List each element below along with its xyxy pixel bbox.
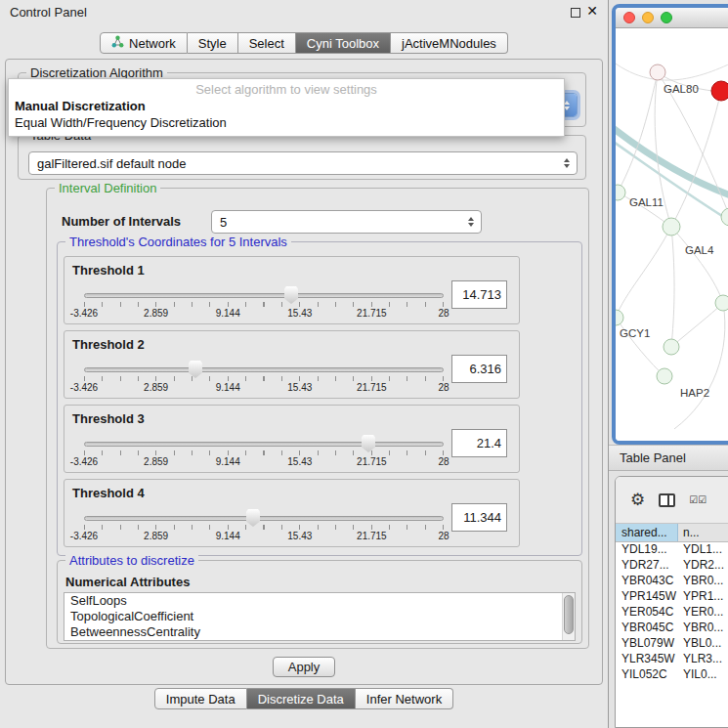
checkbox-icons[interactable]: ☑☑ bbox=[689, 494, 707, 505]
threshold-value-box[interactable]: 6.316 bbox=[451, 355, 507, 383]
table-cell[interactable]: YIL0... bbox=[678, 667, 728, 683]
mac-close-icon[interactable] bbox=[623, 12, 635, 23]
network-node[interactable] bbox=[711, 81, 728, 101]
network-node[interactable] bbox=[616, 310, 623, 325]
network-window-titlebar[interactable] bbox=[616, 8, 728, 28]
network-canvas[interactable]: GAL80GAL11GAL4GCY1HAP2 bbox=[616, 28, 728, 441]
number-of-intervals-combobox[interactable]: 5 bbox=[211, 210, 482, 234]
threshold-slider[interactable]: -3.4262.8599.14415.4321.71528 bbox=[84, 433, 444, 472]
network-edge[interactable] bbox=[671, 227, 723, 303]
tab-select[interactable]: Select bbox=[238, 32, 296, 54]
table-cell[interactable]: YBL079W bbox=[616, 636, 678, 652]
combo-arrows-icon[interactable] bbox=[463, 217, 481, 227]
table-cell[interactable]: YDL19... bbox=[616, 542, 678, 558]
network-edge[interactable] bbox=[616, 138, 728, 229]
attributes-list[interactable]: SelfLoopsTopologicalCoefficientBetweenne… bbox=[64, 592, 576, 641]
network-edge[interactable] bbox=[616, 58, 728, 80]
slider-track[interactable] bbox=[84, 516, 444, 521]
table-cell[interactable]: YDR2... bbox=[678, 558, 728, 574]
combo-arrows-icon[interactable] bbox=[559, 158, 577, 168]
threshold-value-box[interactable]: 11.344 bbox=[451, 503, 507, 532]
settings-gear-icon[interactable]: ⚙ bbox=[630, 492, 645, 508]
apply-button[interactable]: Apply bbox=[273, 657, 335, 677]
network-edge[interactable] bbox=[616, 124, 728, 199]
attribute-list-item[interactable]: SelfLoops bbox=[64, 593, 575, 609]
column-header-name[interactable]: n... bbox=[678, 524, 728, 541]
network-edge[interactable] bbox=[671, 91, 721, 227]
threshold-slider[interactable]: -3.4262.8599.14415.4321.71528 bbox=[84, 284, 444, 323]
table-row[interactable]: YBL079WYBL0... bbox=[616, 636, 728, 652]
network-node[interactable] bbox=[715, 295, 728, 311]
mac-minimize-icon[interactable] bbox=[642, 12, 654, 23]
dropdown-option[interactable]: Equal Width/Frequency Discretization bbox=[9, 114, 564, 131]
scrollbar-thumb[interactable] bbox=[564, 595, 574, 634]
slider-track[interactable] bbox=[84, 367, 444, 372]
attributes-group-label: Attributes to discretize bbox=[65, 553, 198, 568]
table-cell[interactable]: YER054C bbox=[616, 605, 678, 621]
attribute-list-item[interactable]: BetweennessCentrality bbox=[64, 624, 575, 640]
tab-label: Infer Network bbox=[366, 692, 442, 707]
tab-infer-network[interactable]: Infer Network bbox=[356, 688, 453, 709]
network-edge[interactable] bbox=[674, 303, 725, 429]
slider-track[interactable] bbox=[84, 293, 444, 298]
network-edge[interactable] bbox=[671, 303, 723, 347]
network-node[interactable] bbox=[721, 208, 728, 226]
table-cell[interactable]: YER0... bbox=[678, 605, 728, 621]
table-panel-bar[interactable]: Table Panel bbox=[609, 445, 728, 471]
network-node[interactable] bbox=[657, 368, 672, 384]
table-header-row: shared... n... bbox=[616, 524, 728, 542]
tab-label: Discretize Data bbox=[258, 692, 344, 707]
table-row[interactable]: YLR345WYLR3... bbox=[616, 652, 728, 667]
scale-label: 9.144 bbox=[216, 531, 240, 541]
tab-network[interactable]: Network bbox=[100, 32, 188, 54]
tab-discretize-data[interactable]: Discretize Data bbox=[247, 688, 356, 709]
table-row[interactable]: YIL052CYIL0... bbox=[616, 667, 728, 683]
network-edge[interactable] bbox=[616, 318, 664, 376]
table-row[interactable]: YDR27...YDR2... bbox=[616, 558, 728, 574]
network-node[interactable] bbox=[664, 339, 679, 355]
table-cell[interactable]: YIL052C bbox=[616, 667, 678, 683]
tab-impute-data[interactable]: Impute Data bbox=[154, 688, 247, 709]
close-icon[interactable]: ✕ bbox=[586, 3, 598, 19]
float-window-icon[interactable] bbox=[571, 8, 580, 18]
tab-label: Select bbox=[249, 36, 284, 51]
threshold-value-box[interactable]: 21.4 bbox=[451, 429, 507, 457]
table-cell[interactable]: YLR345W bbox=[616, 652, 678, 667]
network-edge[interactable] bbox=[616, 227, 671, 318]
attribute-list-item[interactable]: TopologicalCoefficient bbox=[64, 609, 575, 624]
table-cell[interactable]: YDR27... bbox=[616, 558, 678, 574]
table-row[interactable]: YDL19...YDL1... bbox=[616, 542, 728, 558]
column-selector-icon[interactable] bbox=[659, 493, 675, 507]
table-cell[interactable]: YLR3... bbox=[678, 652, 728, 667]
mac-zoom-icon[interactable] bbox=[661, 12, 672, 23]
table-cell[interactable]: YPR145W bbox=[616, 589, 678, 605]
tab-jactivemnodules[interactable]: jActiveMNodules bbox=[391, 32, 508, 54]
table-cell[interactable]: YBL0... bbox=[678, 636, 728, 652]
network-node[interactable] bbox=[616, 185, 625, 200]
network-node[interactable] bbox=[663, 218, 680, 236]
scale-label: 28 bbox=[438, 531, 449, 541]
network-node[interactable] bbox=[650, 64, 665, 80]
list-scrollbar[interactable] bbox=[562, 593, 575, 640]
table-row[interactable]: YER054CYER0... bbox=[616, 605, 728, 621]
table-row[interactable]: YPR145WYPR1... bbox=[616, 589, 728, 605]
threshold-value-box[interactable]: 14.713 bbox=[451, 280, 507, 309]
table-row[interactable]: YBR045CYBR0... bbox=[616, 621, 728, 636]
column-header-shared-name[interactable]: shared... bbox=[616, 524, 678, 541]
threshold-slider[interactable]: -3.4262.8599.14415.4321.71528 bbox=[84, 507, 444, 546]
table-cell[interactable]: YPR1... bbox=[678, 589, 728, 605]
table-cell[interactable]: YDL1... bbox=[678, 542, 728, 558]
tab-style[interactable]: Style bbox=[188, 32, 238, 54]
table-row[interactable]: YBR043CYBR0... bbox=[616, 574, 728, 589]
table-cell[interactable]: YBR0... bbox=[678, 574, 728, 589]
tab-cyni-toolbox[interactable]: Cyni Toolbox bbox=[296, 32, 391, 54]
network-edge[interactable] bbox=[671, 227, 674, 347]
slider-track[interactable] bbox=[84, 442, 444, 447]
threshold-slider[interactable]: -3.4262.8599.14415.4321.71528 bbox=[84, 359, 444, 398]
table-cell[interactable]: YBR045C bbox=[616, 621, 678, 636]
table-data-combobox[interactable]: galFiltered.sif default node bbox=[28, 151, 578, 175]
table-cell[interactable]: YBR043C bbox=[616, 574, 678, 589]
dropdown-option[interactable]: Manual Discretization bbox=[9, 98, 564, 114]
table-cell[interactable]: YBR0... bbox=[678, 621, 728, 636]
panel-title: Control Panel bbox=[10, 5, 87, 20]
